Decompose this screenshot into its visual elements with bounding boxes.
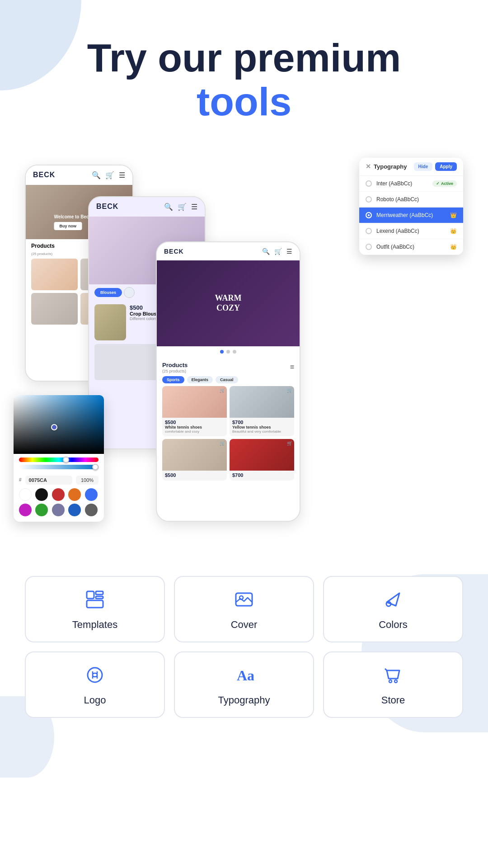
list-item: [31, 259, 78, 290]
product-image: [94, 304, 126, 340]
active-badge: ✓ Active: [432, 180, 457, 187]
toolbar-store[interactable]: Store: [323, 651, 463, 718]
swatch-purple[interactable]: [19, 504, 32, 516]
close-icon[interactable]: ✕: [366, 163, 371, 170]
filter-btn-2[interactable]: [124, 287, 135, 298]
product-img-1: 🛒: [162, 386, 227, 418]
hue-thumb: [63, 457, 69, 463]
color-sliders: [14, 454, 104, 473]
filter-casual[interactable]: Casual: [216, 376, 238, 383]
menu-icon-3: ☰: [286, 248, 292, 255]
price-4: $700: [232, 472, 291, 478]
templates-label: Templates: [72, 619, 117, 631]
font-option-roboto[interactable]: Roboto (AaBbCc): [359, 192, 463, 208]
cart-icon: 🛒: [105, 171, 114, 179]
font-option-inter[interactable]: Inter (AaBbCc) ✓ Active: [359, 176, 463, 192]
toolbar-logo[interactable]: Logo: [25, 651, 165, 718]
desc-1: comfortable and cozy: [165, 429, 224, 434]
carousel-dots: [157, 346, 300, 357]
swatch-slate[interactable]: [52, 504, 65, 516]
name-2: Yellow tennis shoes: [232, 425, 291, 429]
crown-icon-outfit: 👑: [450, 244, 457, 250]
products-count: (25 products): [162, 369, 188, 373]
phone1-buy-btn[interactable]: Buy now: [54, 222, 82, 230]
phone3-hero-image: WARMCOZY: [157, 260, 300, 346]
logo-icon: [85, 665, 105, 689]
swatch-black[interactable]: [35, 488, 48, 501]
colors-label: Colors: [379, 619, 408, 631]
opacity-thumb: [92, 464, 99, 470]
cart-btn-4[interactable]: 🛒: [287, 441, 292, 446]
panel-title: ✕ Typography: [366, 163, 407, 170]
svg-rect-2: [96, 596, 103, 599]
phone3-icons: 🔍 🛒 ☰: [262, 248, 292, 255]
product-img-3: 🛒: [162, 439, 227, 471]
templates-icon: [85, 590, 105, 613]
apply-button[interactable]: Apply: [435, 162, 457, 171]
price-1: $500: [165, 420, 224, 425]
price-3: $500: [165, 472, 224, 478]
swatch-white[interactable]: [19, 488, 32, 501]
desc-2: Beautiful and very comfortable: [232, 429, 291, 434]
cart-btn-2[interactable]: 🛒: [287, 388, 292, 393]
opacity-slider[interactable]: [19, 465, 99, 469]
toolbar-templates[interactable]: Templates: [25, 576, 165, 642]
phone2-logo: BECK: [96, 203, 118, 211]
store-label: Store: [381, 694, 405, 706]
phone1-products-title: Products: [31, 243, 55, 249]
typography-icon: Aa: [234, 665, 254, 689]
svg-rect-1: [96, 591, 103, 594]
cart-btn-3[interactable]: 🛒: [220, 441, 225, 446]
name-1: White tennis shoes: [165, 425, 224, 429]
opacity-input[interactable]: 100%: [76, 476, 99, 485]
crown-icon-lexend: 👑: [450, 228, 457, 234]
toolbar-colors[interactable]: Colors: [323, 576, 463, 642]
phone3-header: BECK 🔍 🛒 ☰: [157, 242, 300, 260]
typography-panel: ✕ Typography Hide Apply Inter (AaBbCc) ✓…: [359, 158, 463, 255]
cart-btn-1[interactable]: 🛒: [220, 388, 225, 393]
cart-icon-3: 🛒: [274, 248, 282, 255]
swatch-gray[interactable]: [85, 504, 98, 516]
toolbar-cover[interactable]: Cover: [174, 576, 314, 642]
hue-slider[interactable]: [19, 458, 99, 462]
product-info-2: $700 Yellow tennis shoes Beautiful and v…: [230, 418, 294, 436]
svg-point-6: [386, 602, 391, 606]
hex-label: #: [19, 477, 22, 482]
filter-sports[interactable]: Sports: [162, 376, 184, 383]
color-picker-dot[interactable]: [51, 424, 57, 430]
color-gradient[interactable]: [14, 395, 104, 454]
panel-actions: Hide Apply: [414, 162, 457, 171]
hex-row: # 0075CA 100%: [14, 473, 104, 488]
cover-label: Cover: [231, 619, 258, 631]
search-icon-3: 🔍: [262, 248, 270, 255]
phone1-logo: BECK: [33, 171, 55, 179]
product-grid: 🛒 $500 White tennis shoes comfortable an…: [162, 386, 294, 481]
cart-icon-2: 🛒: [178, 203, 187, 211]
swatch-orange[interactable]: [68, 488, 81, 501]
font-option-merriweather[interactable]: Merriweather (AaBbCc) 👑: [359, 208, 463, 223]
dot-3: [233, 350, 236, 354]
product-info-1: $500 White tennis shoes comfortable and …: [162, 418, 227, 436]
font-option-outfit[interactable]: Outfit (AaBbCc) 👑: [359, 239, 463, 255]
product-img-4: 🛒: [230, 439, 294, 471]
swatch-green[interactable]: [35, 504, 48, 516]
table-row: 🛒 $500: [162, 439, 227, 481]
swatch-navy[interactable]: [68, 504, 81, 516]
toolbar-typography[interactable]: Aa Typography: [174, 651, 314, 718]
hide-button[interactable]: Hide: [414, 162, 433, 171]
cover-icon: [234, 590, 254, 613]
font-option-lexend[interactable]: Lexend (AaBbCc) 👑: [359, 223, 463, 239]
filter-elegants[interactable]: Elegants: [187, 376, 213, 383]
store-icon: [383, 665, 403, 689]
swatch-red[interactable]: [52, 488, 65, 501]
svg-text:Aa: Aa: [237, 667, 254, 684]
swatch-blue[interactable]: [85, 488, 98, 501]
svg-rect-3: [87, 600, 103, 608]
radio-lexend: [366, 228, 372, 234]
color-picker-panel: # 0075CA 100%: [14, 395, 104, 522]
blouses-filter-btn[interactable]: Blouses: [94, 288, 122, 297]
phone3-products: Products (25 products) ≡ Sports Elegants…: [157, 357, 300, 484]
product-info-3: $500: [162, 471, 227, 481]
hex-input[interactable]: 0075CA: [25, 476, 72, 485]
product-info-4: $700: [230, 471, 294, 481]
